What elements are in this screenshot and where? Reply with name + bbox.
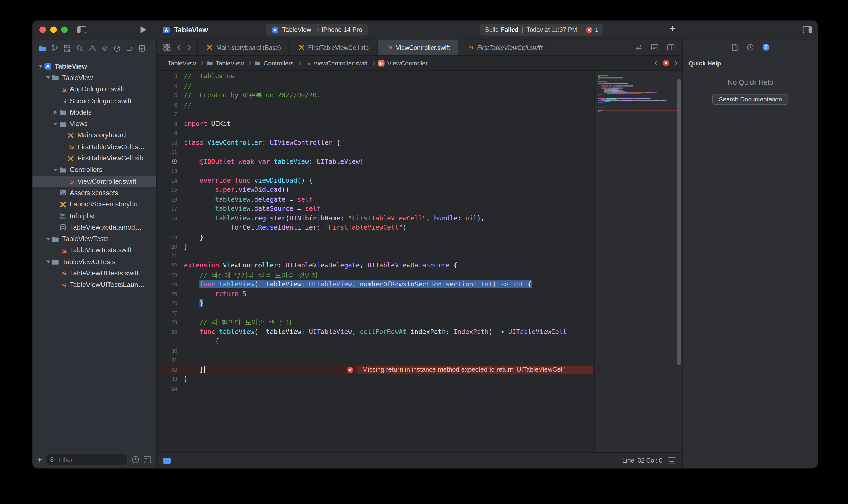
filter-input[interactable] bbox=[58, 456, 124, 463]
code-line-33[interactable]: 33} bbox=[157, 375, 594, 384]
sidebar-item-launchscreen-storybo[interactable]: LaunchScreen.storybo… bbox=[32, 199, 156, 210]
code-line-8[interactable]: 8import UIKit bbox=[157, 119, 594, 129]
error-annotation[interactable]: Missing return in instance method expect… bbox=[343, 365, 593, 374]
code-view[interactable]: 3// TableView4//5// Created by 이준복 on 20… bbox=[157, 71, 594, 452]
code-line-wrap[interactable]: forCellReuseIdentifier: "FirstTableViewC… bbox=[157, 223, 594, 233]
code-line-30[interactable]: 30 bbox=[157, 346, 594, 356]
code-line-31[interactable]: 31 bbox=[157, 356, 594, 365]
breakpoints-icon[interactable] bbox=[125, 44, 134, 52]
source-control-icon[interactable] bbox=[51, 44, 59, 52]
line-number[interactable]: 13 bbox=[157, 166, 177, 176]
line-number[interactable]: 10 bbox=[157, 138, 177, 147]
breadcrumb-controllers[interactable]: Controllers bbox=[254, 60, 293, 66]
minimap[interactable] bbox=[594, 71, 683, 452]
line-number[interactable]: 5 bbox=[157, 91, 177, 100]
code-line-11[interactable]: 11 bbox=[157, 148, 594, 157]
code-line-13[interactable]: 13 bbox=[157, 166, 594, 176]
code-line-34[interactable]: 34 bbox=[157, 384, 594, 393]
sidebar-item-tableview[interactable]: TableView bbox=[32, 72, 156, 84]
sidebar-item-tableviewtests-swift[interactable]: TableViewTests.swift bbox=[32, 245, 156, 256]
tab-main-storyboard-base[interactable]: Main.storyboard (Base) bbox=[197, 39, 290, 55]
toggle-navigator-icon[interactable] bbox=[77, 26, 86, 33]
breadcrumb-tableview[interactable]: TableView bbox=[207, 60, 244, 66]
line-number[interactable]: 34 bbox=[157, 384, 177, 393]
code-line-29[interactable]: 29 func tableView(_ tableView: UITableVi… bbox=[157, 327, 594, 337]
code-line-6[interactable]: 6// bbox=[157, 100, 594, 110]
sidebar-item-firsttableviewcell-xib[interactable]: FirstTableViewCell.xib bbox=[32, 152, 156, 164]
go-forward-icon[interactable] bbox=[187, 44, 192, 51]
code-line-10[interactable]: 10class ViewController: UIViewController… bbox=[157, 138, 594, 147]
breadcrumb-viewcontroller[interactable]: ExViewController bbox=[378, 60, 428, 66]
add-file-button[interactable]: + bbox=[37, 455, 42, 464]
line-number[interactable]: 23 bbox=[157, 271, 177, 280]
line-number[interactable]: 6 bbox=[157, 100, 177, 110]
disclosure-open-icon[interactable] bbox=[45, 260, 51, 263]
activity-view[interactable]: Build Failed | Today at 11:37 PM 1 bbox=[480, 24, 603, 36]
previous-issue-icon[interactable] bbox=[654, 60, 658, 66]
sidebar-item-models[interactable]: Models bbox=[32, 106, 156, 118]
code-line-19[interactable]: 19 } bbox=[157, 233, 594, 242]
line-number[interactable]: 14 bbox=[157, 176, 177, 185]
minimize-button[interactable] bbox=[50, 26, 57, 33]
source-editor[interactable]: 3// TableView4//5// Created by 이준복 on 20… bbox=[157, 71, 682, 452]
reports-icon[interactable] bbox=[138, 44, 146, 52]
line-number[interactable]: 24 bbox=[157, 280, 177, 289]
disclosure-open-icon[interactable] bbox=[45, 76, 51, 79]
code-line-21[interactable]: 21 bbox=[157, 251, 594, 261]
issues-icon[interactable] bbox=[88, 44, 96, 52]
tab-firsttableviewcell-swift[interactable]: FirstTableViewCell.swift bbox=[458, 39, 551, 55]
line-number[interactable]: 3 bbox=[157, 72, 177, 82]
line-number[interactable]: 28 bbox=[157, 318, 177, 327]
code-line-15[interactable]: 15 super.viewDidLoad() bbox=[157, 185, 594, 195]
sidebar-item-tableview-xcdatamod[interactable]: TableView.xcdatamod… bbox=[32, 222, 156, 233]
sidebar-item-tableviewuitests[interactable]: TableViewUITests bbox=[32, 256, 156, 268]
code-line-23[interactable]: 23 // 섹션에 몇개의 셀을 보여줄 것인지 bbox=[157, 271, 594, 280]
tab-firsttableviewcell-xib[interactable]: FirstTableViewCell.xib bbox=[290, 39, 377, 55]
zoom-button[interactable] bbox=[61, 26, 68, 33]
history-inspector-icon[interactable] bbox=[746, 43, 755, 51]
code-line-14[interactable]: 14 override func viewDidLoad() { bbox=[157, 176, 594, 185]
code-line-26[interactable]: 26 } bbox=[157, 299, 594, 308]
code-line-17[interactable]: 17 tableView.dataSource = self bbox=[157, 204, 594, 214]
sidebar-item-info-plist[interactable]: Info.plist bbox=[32, 210, 156, 221]
line-number[interactable]: 33 bbox=[157, 375, 177, 384]
tab-overview-icon[interactable] bbox=[163, 43, 171, 51]
disclosure-open-icon[interactable] bbox=[45, 238, 51, 240]
line-number[interactable]: 29 bbox=[157, 327, 177, 337]
outlet-connection-indicator[interactable] bbox=[157, 157, 177, 166]
tests-icon[interactable] bbox=[101, 44, 109, 52]
line-number[interactable]: 17 bbox=[157, 204, 177, 214]
line-number[interactable]: 9 bbox=[157, 129, 177, 138]
line-number[interactable]: 7 bbox=[157, 110, 177, 119]
go-back-icon[interactable] bbox=[177, 44, 181, 51]
error-count-badge[interactable]: 1 bbox=[586, 26, 599, 33]
code-line-12[interactable]: @IBOutlet weak var tableView: UITableVie… bbox=[157, 157, 594, 166]
line-number[interactable] bbox=[157, 223, 177, 233]
debug-icon[interactable] bbox=[113, 44, 121, 52]
line-number[interactable]: 18 bbox=[157, 214, 177, 223]
line-number[interactable]: 22 bbox=[157, 261, 177, 271]
code-line-16[interactable]: 16 tableView.delegate = self bbox=[157, 195, 594, 204]
sidebar-item-scenedelegate-swift[interactable]: SceneDelegate.swift bbox=[32, 95, 156, 106]
breadcrumb-tableview[interactable]: TableView bbox=[168, 60, 196, 66]
sidebar-item-assets-xcassets[interactable]: Assets.xcassets bbox=[32, 187, 156, 199]
editor-mode-indicator[interactable] bbox=[163, 457, 171, 463]
line-number[interactable]: 16 bbox=[157, 195, 177, 204]
sidebar-item-firsttableviewcell-s[interactable]: FirstTableViewCell.s… bbox=[32, 141, 156, 152]
keyboard-icon[interactable] bbox=[667, 457, 676, 464]
code-line-5[interactable]: 5// Created by 이준복 on 2022/09/20. bbox=[157, 91, 594, 100]
code-line-9[interactable]: 9 bbox=[157, 129, 594, 138]
disclosure-open-icon[interactable] bbox=[37, 65, 44, 68]
find-icon[interactable] bbox=[76, 44, 84, 52]
line-number[interactable]: 20 bbox=[157, 242, 177, 251]
sidebar-item-appdelegate-swift[interactable]: AppDelegate.swift bbox=[32, 84, 156, 95]
search-documentation-button[interactable]: Search Documentation bbox=[712, 94, 789, 105]
symbols-icon[interactable] bbox=[63, 44, 71, 52]
scheme-selector[interactable]: TableView iPhone 14 Pro bbox=[266, 24, 368, 36]
code-line-18[interactable]: 18 tableView.register(UINib(nibName: "Fi… bbox=[157, 214, 594, 223]
tab-viewcontroller-swift[interactable]: ViewController.swift bbox=[377, 39, 458, 55]
line-number[interactable]: 31 bbox=[157, 356, 177, 365]
quick-help-inspector-icon[interactable]: ? bbox=[762, 43, 770, 51]
code-line-4[interactable]: 4// bbox=[157, 82, 594, 91]
line-number[interactable]: 26 bbox=[157, 299, 177, 308]
